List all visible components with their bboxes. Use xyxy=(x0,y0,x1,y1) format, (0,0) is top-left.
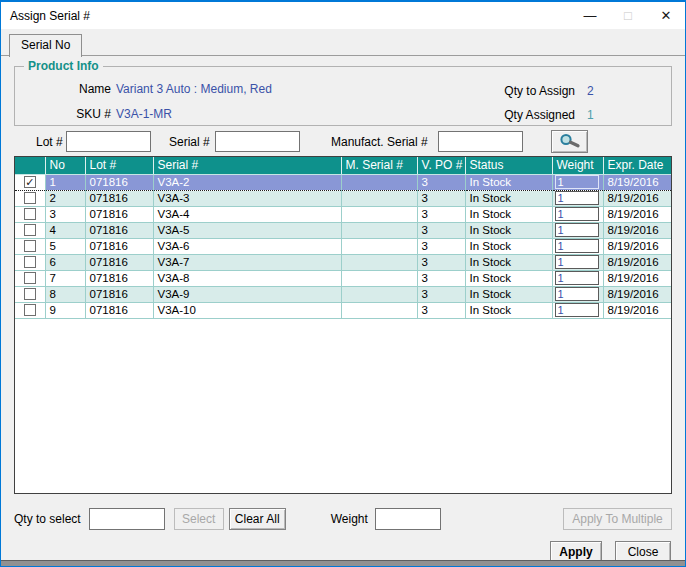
cell-checkbox xyxy=(15,238,45,254)
cell-v-po: 3 xyxy=(417,206,465,222)
table-row[interactable]: 8071816V3A-93In Stock18/19/2016 xyxy=(15,286,671,302)
cell-expr-date: 8/19/2016 xyxy=(603,206,671,222)
cell-expr-date: 8/19/2016 xyxy=(603,190,671,206)
table-row[interactable]: 4071816V3A-53In Stock18/19/2016 xyxy=(15,222,671,238)
serial-filter-label: Serial # xyxy=(169,135,210,149)
row-weight-input[interactable]: 1 xyxy=(555,303,599,317)
manufact-serial-filter-input[interactable] xyxy=(438,131,523,152)
row-checkbox[interactable] xyxy=(24,224,36,236)
cell-lot: 071816 xyxy=(85,190,153,206)
cell-weight: 1 xyxy=(552,222,603,238)
cell-lot: 071816 xyxy=(85,286,153,302)
row-checkbox[interactable] xyxy=(24,192,36,204)
cell-checkbox xyxy=(15,286,45,302)
cell-status: In Stock xyxy=(465,270,552,286)
cell-lot: 071816 xyxy=(85,222,153,238)
cell-m-serial xyxy=(341,254,417,270)
footer-controls: Qty to select Select Clear All Weight Ap… xyxy=(1,508,685,530)
search-button[interactable] xyxy=(551,130,588,153)
row-checkbox[interactable] xyxy=(24,272,36,284)
name-value: Variant 3 Auto : Medium, Red xyxy=(116,82,272,96)
row-checkbox[interactable] xyxy=(24,256,36,268)
col-header-lot[interactable]: Lot # xyxy=(85,157,153,174)
table-row[interactable]: 5071816V3A-63In Stock18/19/2016 xyxy=(15,238,671,254)
row-weight-input[interactable]: 1 xyxy=(555,223,599,237)
lot-filter-input[interactable] xyxy=(66,131,151,152)
col-header-no[interactable]: No xyxy=(45,157,85,174)
table-row[interactable]: 3071816V3A-43In Stock18/19/2016 xyxy=(15,206,671,222)
cell-checkbox xyxy=(15,302,45,318)
col-header-status[interactable]: Status xyxy=(465,157,552,174)
col-header-m-serial[interactable]: M. Serial # xyxy=(341,157,417,174)
table-row[interactable]: ✓1071816V3A-23In Stock18/19/2016 xyxy=(15,174,671,190)
cell-serial: V3A-4 xyxy=(153,206,341,222)
cell-v-po: 3 xyxy=(417,174,465,190)
cell-m-serial xyxy=(341,270,417,286)
minimize-icon[interactable]: — xyxy=(571,2,609,29)
cell-expr-date: 8/19/2016 xyxy=(603,254,671,270)
cell-no: 3 xyxy=(45,206,85,222)
col-header-checkbox[interactable] xyxy=(15,157,45,174)
select-button[interactable]: Select xyxy=(174,508,224,530)
qty-assigned-label: Qty Assigned xyxy=(453,108,575,122)
cell-m-serial xyxy=(341,190,417,206)
col-header-v-po[interactable]: V. PO # xyxy=(417,157,465,174)
sku-value: V3A-1-MR xyxy=(116,107,172,121)
row-checkbox[interactable] xyxy=(24,304,36,316)
cell-no: 7 xyxy=(45,270,85,286)
product-info-group: Product Info Name Variant 3 Auto : Mediu… xyxy=(14,66,672,126)
cell-serial: V3A-6 xyxy=(153,238,341,254)
col-header-weight[interactable]: Weight xyxy=(552,157,603,174)
cell-expr-date: 8/19/2016 xyxy=(603,174,671,190)
cell-expr-date: 8/19/2016 xyxy=(603,222,671,238)
clear-all-button[interactable]: Clear All xyxy=(229,508,286,530)
table-row[interactable]: 6071816V3A-73In Stock18/19/2016 xyxy=(15,254,671,270)
row-checkbox[interactable] xyxy=(24,288,36,300)
row-weight-input[interactable]: 1 xyxy=(555,255,599,269)
row-weight-input[interactable]: 1 xyxy=(555,191,599,205)
grid-body: ✓1071816V3A-23In Stock18/19/20162071816V… xyxy=(15,174,671,318)
weight-input[interactable] xyxy=(375,508,441,530)
table-row[interactable]: 9071816V3A-103In Stock18/19/2016 xyxy=(15,302,671,318)
table-row[interactable]: 2071816V3A-33In Stock18/19/2016 xyxy=(15,190,671,206)
table-row[interactable]: 7071816V3A-83In Stock18/19/2016 xyxy=(15,270,671,286)
cell-serial: V3A-7 xyxy=(153,254,341,270)
cell-serial: V3A-5 xyxy=(153,222,341,238)
cell-no: 1 xyxy=(45,174,85,190)
row-weight-input[interactable]: 1 xyxy=(555,287,599,301)
cell-v-po: 3 xyxy=(417,190,465,206)
cell-status: In Stock xyxy=(465,190,552,206)
cell-no: 6 xyxy=(45,254,85,270)
row-weight-input[interactable]: 1 xyxy=(555,271,599,285)
cell-no: 4 xyxy=(45,222,85,238)
apply-to-multiple-button[interactable]: Apply To Multiple xyxy=(563,508,672,530)
tab-serial-no[interactable]: Serial No xyxy=(9,34,82,57)
row-weight-input[interactable]: 1 xyxy=(555,207,599,221)
cell-v-po: 3 xyxy=(417,238,465,254)
qty-to-select-input[interactable] xyxy=(89,508,165,530)
lot-filter-label: Lot # xyxy=(36,135,63,149)
row-checkbox[interactable] xyxy=(24,240,36,252)
cell-expr-date: 8/19/2016 xyxy=(603,270,671,286)
close-icon[interactable]: ✕ xyxy=(647,2,685,29)
row-checkbox-checked[interactable]: ✓ xyxy=(24,176,36,188)
cell-status: In Stock xyxy=(465,206,552,222)
cell-weight: 1 xyxy=(552,254,603,270)
serial-filter-input[interactable] xyxy=(215,131,300,152)
col-header-expr-date[interactable]: Expr. Date xyxy=(603,157,671,174)
cell-checkbox: ✓ xyxy=(15,174,45,190)
cell-checkbox xyxy=(15,270,45,286)
col-header-serial[interactable]: Serial # xyxy=(153,157,341,174)
product-info-legend: Product Info xyxy=(24,59,103,73)
row-checkbox[interactable] xyxy=(24,208,36,220)
window-controls: — □ ✕ xyxy=(571,2,685,29)
qty-to-assign-label: Qty to Assign xyxy=(453,84,575,98)
row-weight-input[interactable]: 1 xyxy=(555,175,599,189)
cell-no: 8 xyxy=(45,286,85,302)
cell-m-serial xyxy=(341,206,417,222)
window-title: Assign Serial # xyxy=(1,9,90,23)
cell-status: In Stock xyxy=(465,238,552,254)
row-weight-input[interactable]: 1 xyxy=(555,239,599,253)
cell-v-po: 3 xyxy=(417,302,465,318)
cell-lot: 071816 xyxy=(85,174,153,190)
